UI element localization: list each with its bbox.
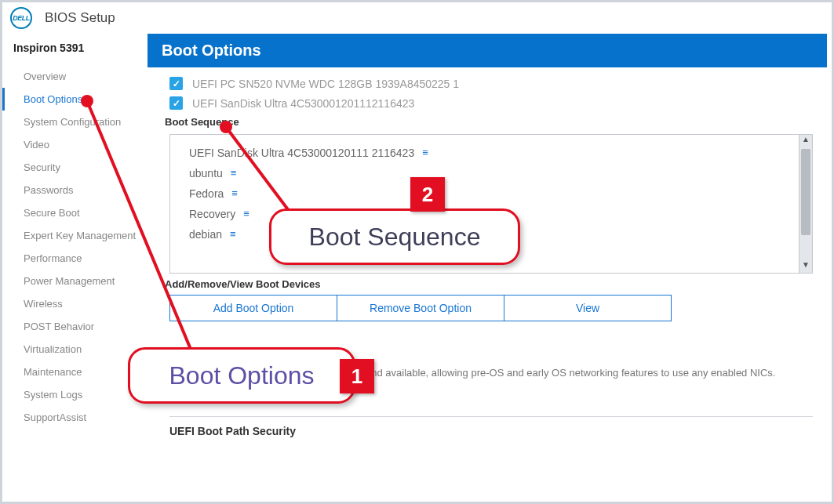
- app-title: BIOS Setup: [45, 10, 115, 26]
- boot-sequence-item[interactable]: ubuntu≡: [189, 163, 782, 183]
- boot-sequence-item-label: ubuntu: [189, 167, 223, 179]
- boot-device-checkbox[interactable]: [169, 96, 183, 110]
- sidebar-item-security[interactable]: Security: [2, 156, 147, 179]
- sidebar-item-supportassist[interactable]: SupportAssist: [2, 406, 147, 429]
- boot-sequence-item-label: UEFI SanDisk Ultra 4C53000120111 2116423: [189, 147, 414, 159]
- dell-logo-icon: DELL: [10, 7, 32, 29]
- sidebar-item-wireless[interactable]: Wireless: [2, 292, 147, 315]
- page-title: Boot Options: [147, 34, 827, 67]
- main-panel: Boot Options UEFI PC SN520 NVMe WDC 128G…: [147, 34, 827, 502]
- scroll-thumb[interactable]: [801, 149, 810, 235]
- drag-handle-icon[interactable]: ≡: [231, 191, 237, 196]
- remove-boot-option-button[interactable]: Remove Boot Option: [337, 296, 504, 321]
- drag-handle-icon[interactable]: ≡: [243, 212, 249, 216]
- bios-window: DELL BIOS Setup Inspiron 5391 OverviewBo…: [0, 0, 834, 504]
- boot-sequence-item-label: debian: [189, 228, 222, 241]
- sidebar-item-boot-options[interactable]: Boot Options: [2, 88, 147, 111]
- model-name: Inspiron 5391: [2, 37, 147, 65]
- drag-handle-icon[interactable]: ≡: [231, 171, 236, 176]
- sidebar-item-system-logs[interactable]: System Logs: [2, 383, 147, 406]
- boot-device-label: UEFI PC SN520 NVMe WDC 128GB 1939A845022…: [192, 78, 459, 90]
- sidebar-item-expert-key-management[interactable]: Expert Key Management: [2, 224, 147, 247]
- sidebar-item-passwords[interactable]: Passwords: [2, 179, 147, 201]
- sidebar-item-overview[interactable]: Overview: [2, 65, 147, 88]
- sidebar-item-virtualization[interactable]: Virtualization: [2, 338, 147, 361]
- sidebar-item-system-configuration[interactable]: System Configuration: [2, 111, 147, 133]
- add-remove-label: Add/Remove/View Boot Devices: [165, 278, 813, 290]
- boot-device-checkbox[interactable]: [169, 77, 183, 90]
- sidebar-item-post-behavior[interactable]: POST Behavior: [2, 315, 147, 338]
- boot-device-buttons: Add Boot Option Remove Boot Option View: [169, 295, 672, 321]
- divider: [169, 416, 813, 417]
- scroll-down-icon[interactable]: ▼: [799, 260, 812, 273]
- drag-handle-icon[interactable]: ≡: [422, 150, 428, 155]
- boot-sequence-item[interactable]: Fedora≡: [189, 183, 782, 204]
- sidebar-item-maintenance[interactable]: Maintenance: [2, 361, 147, 383]
- window-header: DELL BIOS Setup: [2, 2, 832, 34]
- callout-badge-2: 2: [410, 177, 445, 212]
- callout-anchor-dot-1: [81, 95, 93, 107]
- callout-boot-options: Boot Options: [128, 347, 355, 404]
- add-boot-option-button[interactable]: Add Boot Option: [170, 296, 337, 321]
- boot-sequence-scrollbar[interactable]: ▲ ▼: [799, 135, 812, 273]
- boot-device-row: UEFI SanDisk Ultra 4C530001201112116423: [169, 96, 813, 110]
- callout-boot-sequence: Boot Sequence: [269, 208, 520, 265]
- uefi-boot-path-security-label: UEFI Boot Path Security: [169, 425, 813, 437]
- sidebar-item-performance[interactable]: Performance: [2, 247, 147, 270]
- boot-sequence-item-label: Fedora: [189, 187, 224, 200]
- callout-anchor-dot-2: [220, 121, 232, 133]
- boot-device-row: UEFI PC SN520 NVMe WDC 128GB 1939A845022…: [169, 77, 813, 90]
- callout-boot-sequence-text: Boot Sequence: [309, 223, 481, 252]
- scroll-up-icon[interactable]: ▲: [799, 135, 812, 147]
- boot-device-label: UEFI SanDisk Ultra 4C530001201112116423: [192, 97, 414, 110]
- sidebar: Inspiron 5391 OverviewBoot OptionsSystem…: [2, 34, 147, 502]
- boot-sequence-item[interactable]: UEFI SanDisk Ultra 4C53000120111 2116423…: [189, 143, 782, 163]
- sidebar-item-power-management[interactable]: Power Management: [2, 270, 147, 292]
- drag-handle-icon[interactable]: ≡: [230, 232, 235, 237]
- nic-description: and available, allowing pre-OS and early…: [366, 367, 813, 379]
- sidebar-item-video[interactable]: Video: [2, 133, 147, 156]
- callout-badge-1: 1: [340, 359, 374, 393]
- view-button[interactable]: View: [504, 296, 671, 321]
- boot-sequence-label: Boot Sequence: [165, 116, 813, 128]
- sidebar-item-secure-boot[interactable]: Secure Boot: [2, 201, 147, 224]
- callout-boot-options-text: Boot Options: [169, 361, 315, 390]
- boot-sequence-item-label: Recovery: [189, 208, 235, 220]
